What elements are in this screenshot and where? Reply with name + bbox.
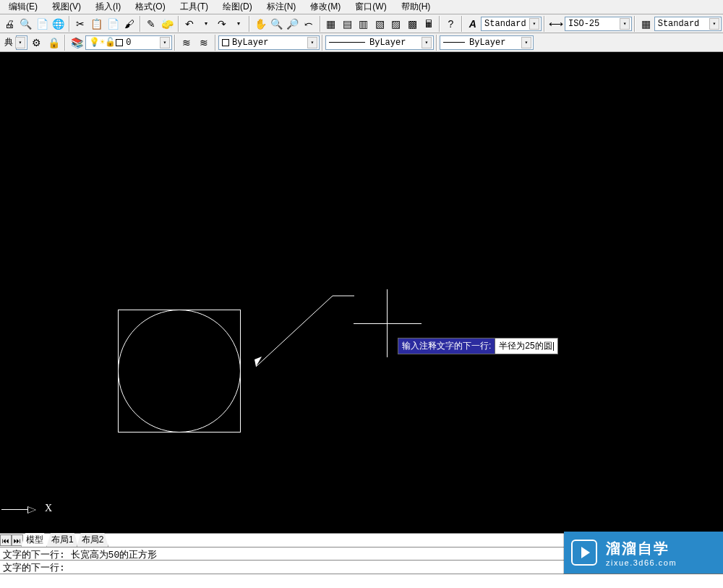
menu-window[interactable]: 窗口(W)	[348, 0, 393, 14]
dim-style-value: ISO-25	[568, 19, 599, 29]
table-style-dropdown[interactable]: Standard ▾	[654, 17, 722, 31]
dim-style-dropdown[interactable]: ISO-25 ▾	[565, 17, 632, 31]
cut-icon[interactable]: ✂	[73, 16, 87, 32]
publish-icon[interactable]: 📄	[35, 16, 49, 32]
tab-layout2[interactable]: 布局2	[77, 533, 109, 547]
dim-style-icon[interactable]: ⟷	[548, 16, 564, 32]
workspace-lock-icon[interactable]: 🔒	[46, 35, 61, 51]
zoom-rt-icon[interactable]: 🔍	[269, 16, 283, 32]
brush-icon[interactable]: ✎	[144, 16, 158, 32]
linetype-sample	[329, 42, 365, 43]
properties-toolbar: 典 ▾ ⚙ 🔒 📚 💡 ☀ 🔓 0 ▾ ≋ ≋ ByLayer ▾ ByLaye…	[0, 33, 723, 52]
sheet-set-icon[interactable]: ▥	[356, 16, 371, 32]
text-style-dropdown[interactable]: Standard ▾	[481, 17, 542, 31]
workspace-settings-icon[interactable]: ⚙	[28, 35, 44, 51]
dyn-input-field[interactable]: 半径为25的圆	[495, 338, 557, 354]
watermark: 溜溜自学 zixue.3d66.com	[564, 532, 723, 574]
copy-icon[interactable]: 📋	[89, 16, 103, 32]
undo-dropdown-icon[interactable]: ▾	[198, 16, 213, 32]
pan-icon[interactable]: ✋	[253, 16, 268, 32]
chevron-down-icon: ▾	[529, 18, 539, 30]
menu-tools[interactable]: 工具(T)	[173, 0, 215, 14]
calc-icon[interactable]: 🖩	[422, 16, 436, 32]
redo-icon[interactable]: ↷	[215, 16, 229, 32]
color-value: ByLayer	[232, 38, 268, 48]
print-icon[interactable]: 🖨	[2, 16, 17, 32]
table-style-value: Standard	[658, 19, 700, 29]
play-icon	[571, 540, 597, 566]
help-icon[interactable]: ?	[443, 16, 458, 32]
menu-view[interactable]: 视图(V)	[45, 0, 88, 14]
menu-insert[interactable]: 插入(I)	[88, 0, 128, 14]
tab-layout1[interactable]: 布局1	[46, 533, 79, 547]
qcalc-icon[interactable]: ▩	[405, 16, 419, 32]
chevron-down-icon: ▾	[307, 37, 317, 48]
drawing-area[interactable]: 输入注释文字的下一行: 半径为25的圆 X	[0, 52, 723, 532]
circle-entity	[118, 310, 241, 433]
chevron-down-icon: ▾	[15, 37, 25, 48]
layer-name: 0	[126, 38, 131, 48]
chevron-down-icon: ▾	[422, 37, 432, 48]
lock-icon: 🔓	[105, 37, 116, 48]
watermark-url: zixue.3d66.com	[606, 558, 677, 567]
lineweight-sample	[443, 42, 465, 43]
layer-iso-icon[interactable]: ≋	[179, 35, 194, 51]
chevron-down-icon: ▾	[160, 37, 170, 48]
menu-help[interactable]: 帮助(H)	[394, 0, 438, 14]
undo-icon[interactable]: ↶	[182, 16, 197, 32]
watermark-title: 溜溜自学	[606, 539, 677, 558]
lineweight-value: ByLayer	[469, 38, 505, 48]
workspace-label: 典	[1, 36, 16, 48]
sun-icon: ☀	[100, 37, 105, 48]
color-swatch	[222, 39, 229, 46]
menu-edit[interactable]: 编辑(E)	[1, 0, 45, 14]
layer-dropdown[interactable]: 💡 ☀ 🔓 0 ▾	[85, 35, 172, 50]
menu-dimension[interactable]: 标注(N)	[260, 0, 304, 14]
workspace-dropdown[interactable]: ▾	[16, 35, 27, 50]
layer-manager-icon[interactable]: 📚	[69, 35, 85, 51]
eraser-icon[interactable]: 🧽	[160, 16, 174, 32]
status-bar-area	[0, 574, 723, 588]
svg-line-1	[256, 296, 333, 367]
leader-line	[239, 294, 362, 374]
menu-modify[interactable]: 修改(M)	[303, 0, 348, 14]
redo-dropdown-icon[interactable]: ▾	[231, 16, 245, 32]
menu-bar: 编辑(E) 视图(V) 插入(I) 格式(O) 工具(T) 绘图(D) 标注(N…	[0, 0, 723, 14]
chevron-down-icon: ▾	[620, 18, 630, 30]
zoom-window-icon[interactable]: 🔎	[286, 16, 300, 32]
linetype-dropdown[interactable]: ByLayer ▾	[325, 35, 434, 50]
layer-color-swatch	[116, 39, 123, 46]
layer-uniso-icon[interactable]: ≋	[196, 35, 212, 51]
chevron-down-icon: ▾	[709, 18, 719, 30]
layer-states-icon[interactable]: ▨	[389, 16, 403, 32]
standard-toolbar: 🖨 🔍 📄 🌐 ✂ 📋 📄 🖌 ✎ 🧽 ↶ ▾ ↷ ▾ ✋ 🔍 🔎 ⤺ ▦ ▤ …	[0, 14, 723, 33]
dynamic-input: 输入注释文字的下一行: 半径为25的圆	[398, 338, 558, 354]
markup-icon[interactable]: ▧	[372, 16, 387, 32]
linetype-value: ByLayer	[369, 38, 406, 48]
crosshair-horizontal	[354, 323, 422, 324]
text-style-icon[interactable]: A	[466, 16, 480, 32]
bulb-on-icon: 💡	[89, 37, 100, 48]
tab-model[interactable]: 模型	[21, 533, 48, 547]
tab-nav-last[interactable]: ⏭	[12, 534, 23, 546]
zoom-prev-icon[interactable]: ⤺	[301, 16, 316, 32]
table-style-icon[interactable]: ▦	[638, 16, 653, 32]
preview-icon[interactable]: 🔍	[18, 16, 33, 32]
text-style-value: Standard	[484, 19, 526, 29]
design-center-icon[interactable]: ▦	[324, 16, 338, 32]
dyn-prompt-label: 输入注释文字的下一行:	[398, 338, 495, 354]
globe-icon[interactable]: 🌐	[51, 16, 65, 32]
ucs-x-label: X	[45, 503, 52, 514]
ucs-icon: X	[1, 474, 59, 517]
match-icon[interactable]: 🖌	[121, 16, 136, 32]
menu-draw[interactable]: 绘图(D)	[215, 0, 260, 14]
paste-icon[interactable]: 📄	[106, 16, 120, 32]
menu-format[interactable]: 格式(O)	[128, 0, 172, 14]
tool-palette-icon[interactable]: ▤	[340, 16, 354, 32]
chevron-down-icon: ▾	[521, 37, 531, 48]
color-dropdown[interactable]: ByLayer ▾	[218, 35, 320, 50]
tab-nav-first[interactable]: ⏮	[0, 534, 12, 546]
lineweight-dropdown[interactable]: ByLayer ▾	[440, 35, 534, 50]
